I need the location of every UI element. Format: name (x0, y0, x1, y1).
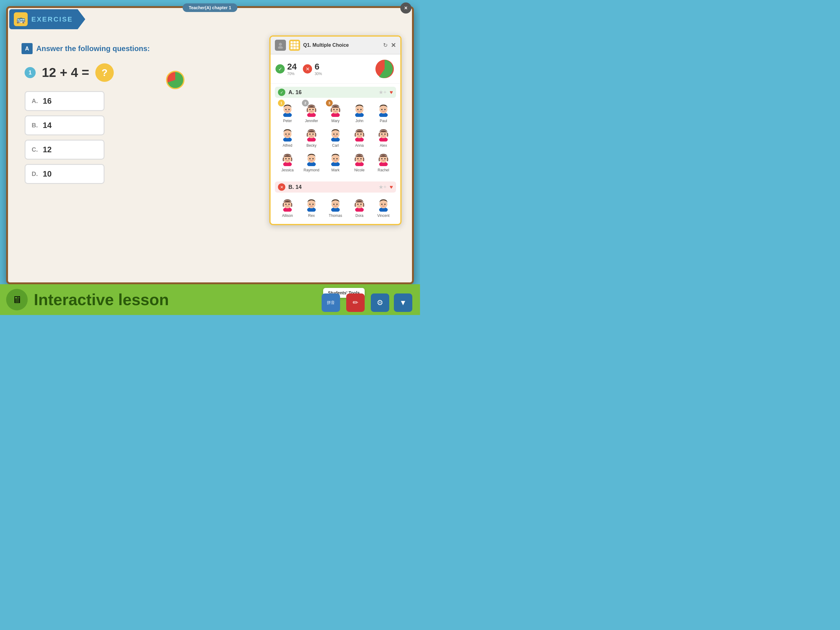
list-item: Rex (301, 196, 322, 218)
svg-point-102 (384, 204, 385, 205)
list-item: Anna (349, 125, 370, 148)
svg-point-101 (381, 204, 382, 205)
list-item: Rachel (373, 150, 394, 172)
student-name-label: Anna (355, 143, 364, 148)
question-title: Answer the following questions: (36, 44, 150, 53)
svg-point-36 (309, 133, 311, 135)
svg-point-0 (279, 43, 282, 46)
correct-star-button[interactable]: ★+ (379, 89, 387, 96)
svg-point-97 (360, 204, 362, 205)
student-name-label: Jennifer (305, 119, 318, 123)
svg-point-37 (313, 133, 314, 135)
list-item: Alex (373, 125, 394, 148)
wrong-students-grid: Allison Rex (275, 196, 396, 218)
wrong-answer-section: ✕ B. 14 ★+ ♥ (271, 179, 400, 224)
pinyin-button[interactable]: 拼音 (322, 293, 340, 312)
question-header: A Answer the following questions: (22, 43, 194, 54)
correct-answer-label: A. 16 (288, 89, 376, 96)
student-name-label: Alex (380, 143, 387, 148)
answer-option-d[interactable]: D. 10 (25, 164, 104, 184)
panel-close-button[interactable]: ✕ (391, 41, 396, 49)
student-name-label: Paul (380, 119, 387, 123)
wrong-answer-header: ✕ B. 14 ★+ ♥ (275, 182, 396, 193)
avatar (351, 125, 368, 142)
panel-avatar-icon (275, 40, 286, 51)
avatar: 2 (303, 101, 320, 117)
panel-refresh-icon[interactable]: ↻ (383, 42, 388, 49)
svg-point-86 (309, 204, 311, 205)
svg-point-96 (357, 204, 358, 205)
math-expression: 12 + 4 = (42, 65, 89, 80)
answer-value-d: 10 (43, 169, 52, 179)
avatar (327, 125, 344, 142)
svg-point-41 (333, 133, 335, 135)
list-item: Thomas (325, 196, 346, 218)
wrong-answer-label: B. 14 (288, 184, 376, 190)
list-item: Nicole (349, 150, 370, 172)
svg-point-72 (360, 158, 362, 159)
wrong-pct: 30% (314, 72, 322, 76)
svg-point-12 (313, 109, 314, 110)
svg-point-76 (381, 158, 382, 159)
wrong-star-button[interactable]: ★+ (379, 184, 387, 190)
svg-point-52 (384, 133, 385, 135)
list-item: 1Peter (277, 101, 298, 123)
answer-option-b[interactable]: B. 14 (25, 116, 104, 135)
answer-option-c[interactable]: C. 12 (25, 140, 104, 160)
svg-point-1 (278, 46, 283, 49)
list-item: Jessica (277, 150, 298, 172)
svg-point-26 (381, 109, 382, 110)
list-item: Vincent (373, 196, 394, 218)
student-name-label: Mark (332, 168, 340, 172)
svg-point-60 (308, 155, 316, 163)
answer-option-a[interactable]: A. 16 (25, 91, 104, 111)
student-name-label: Raymond (303, 168, 319, 172)
list-item: Becky (301, 125, 322, 148)
avatar (303, 150, 320, 167)
list-item: 3Mary (325, 101, 346, 123)
student-name-label: Dora (355, 214, 363, 218)
answer-letter-b: B. (32, 122, 38, 129)
correct-heart-button[interactable]: ♥ (390, 89, 393, 96)
svg-point-81 (285, 204, 287, 205)
correct-answer-section: ✓ A. 16 ★+ ♥ (271, 84, 400, 179)
svg-point-31 (285, 133, 287, 135)
student-name-label: Peter (283, 119, 292, 123)
svg-point-27 (384, 109, 385, 110)
list-item: Dora (349, 196, 370, 218)
svg-point-57 (288, 158, 290, 159)
list-item: Raymond (301, 150, 322, 172)
svg-point-67 (336, 158, 338, 159)
avatar (375, 125, 392, 142)
gear-button[interactable]: ⚙ (371, 293, 389, 312)
avatar (327, 150, 344, 167)
question-mark: ? (95, 63, 114, 82)
list-item: Allison (277, 196, 298, 218)
avatar-badge: 2 (302, 100, 309, 106)
arrow-button[interactable]: ▼ (394, 293, 412, 312)
student-name-label: Rex (308, 214, 314, 218)
student-name-label: Alfred (283, 143, 292, 148)
wrong-heart-button[interactable]: ♥ (390, 184, 393, 190)
panel-grid-icon (289, 40, 300, 51)
student-name-label: Rachel (377, 168, 389, 172)
result-panel: Q1. Multiple Choice ↻ ✕ ✓ 24 70% ✕ 6 30% (269, 35, 401, 225)
avatar (351, 150, 368, 167)
pencil-button[interactable]: ✏ (346, 293, 365, 312)
svg-point-22 (360, 109, 362, 110)
avatar (327, 196, 344, 212)
list-item: John (349, 101, 370, 123)
svg-point-100 (379, 200, 387, 208)
svg-point-7 (288, 109, 290, 110)
correct-stat: ✓ 24 70% (275, 62, 297, 76)
check-icon: ✓ (275, 64, 285, 73)
avatar: 3 (327, 101, 344, 117)
svg-point-62 (313, 158, 314, 159)
close-top-button[interactable]: × (400, 2, 411, 14)
svg-point-40 (332, 130, 339, 138)
list-item: Mark (325, 150, 346, 172)
svg-point-30 (284, 130, 292, 138)
correct-check-icon: ✓ (278, 89, 285, 96)
stats-row: ✓ 24 70% ✕ 6 30% (271, 54, 400, 84)
question-number: 1 (25, 67, 36, 78)
